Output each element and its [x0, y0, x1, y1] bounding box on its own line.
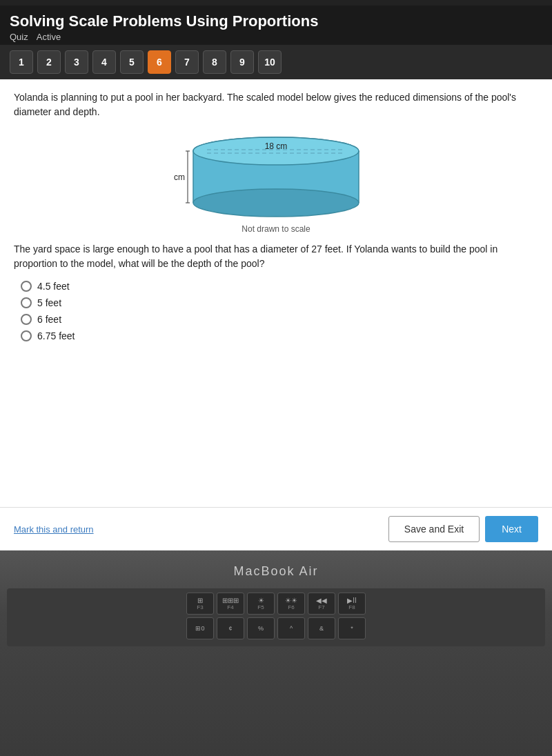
save-exit-button[interactable]: Save and Exit — [388, 516, 480, 542]
main-key-1[interactable]: ¢ — [217, 617, 244, 639]
next-button[interactable]: Next — [485, 516, 538, 542]
key-f4[interactable]: ⊞⊞⊞F4 — [217, 593, 244, 615]
svg-text:4 cm: 4 cm — [172, 172, 185, 182]
svg-point-2 — [193, 189, 359, 217]
cylinder-wrapper: 18 cm 4 cm — [172, 130, 379, 223]
mark-return-link[interactable]: Mark this and return — [14, 524, 94, 535]
question-nav-btn-4[interactable]: 4 — [92, 50, 116, 74]
status-badge: Active — [37, 32, 61, 42]
option-label-d: 6.75 feet — [37, 330, 75, 341]
header: Solving Scale Problems Using Proportions… — [0, 6, 552, 45]
question-nav-btn-9[interactable]: 9 — [230, 50, 254, 74]
main-key-4[interactable]: & — [308, 617, 335, 639]
content-area: Yolanda is planning to put a pool in her… — [0, 79, 552, 507]
question-nav-btn-8[interactable]: 8 — [203, 50, 226, 74]
footer-buttons: Save and Exit Next — [388, 516, 538, 542]
screen: Solving Scale Problems Using Proportions… — [0, 6, 552, 550]
question-nav-btn-7[interactable]: 7 — [175, 50, 199, 74]
question-nav-btn-1[interactable]: 1 — [10, 50, 33, 74]
main-key-5[interactable]: * — [338, 617, 366, 639]
question-nav-btn-2[interactable]: 2 — [37, 50, 61, 74]
answer-options: 4.5 feet5 feet6 feet6.75 feet — [21, 281, 538, 341]
key-f6[interactable]: ☀☀F6 — [277, 593, 305, 615]
screen-bezel-top — [0, 0, 552, 6]
quiz-label: Quiz — [10, 32, 28, 42]
option-d[interactable]: 6.75 feet — [21, 330, 538, 341]
key-f8[interactable]: ▶IIF8 — [338, 593, 366, 615]
question-nav-btn-6[interactable]: 6 — [148, 50, 171, 74]
option-a[interactable]: 4.5 feet — [21, 281, 538, 292]
diagram-container: 18 cm 4 cm Not drawn to scale — [14, 130, 538, 234]
header-subtitle: Quiz Active — [10, 32, 542, 42]
question-nav-btn-3[interactable]: 3 — [65, 50, 88, 74]
main-key-2[interactable]: % — [247, 617, 275, 639]
option-c[interactable]: 6 feet — [21, 314, 538, 325]
question-nav-btn-5[interactable]: 5 — [120, 50, 144, 74]
macbook-brand: MacBook Air — [233, 564, 318, 579]
radio-c — [21, 314, 32, 325]
main-key-0[interactable]: ⊞0 — [186, 617, 214, 639]
option-label-a: 4.5 feet — [37, 281, 70, 292]
option-b[interactable]: 5 feet — [21, 297, 538, 308]
cylinder-svg: 18 cm 4 cm — [172, 130, 379, 220]
footer: Mark this and return Save and Exit Next — [0, 507, 552, 550]
key-f5[interactable]: ☀F5 — [247, 593, 275, 615]
key-f7[interactable]: ◀◀F7 — [308, 593, 335, 615]
diagram-scale-note: Not drawn to scale — [241, 224, 310, 234]
option-label-c: 6 feet — [37, 314, 61, 325]
question-nav-btn-10[interactable]: 10 — [258, 50, 282, 74]
radio-d — [21, 330, 32, 341]
question-text: Yolanda is planning to put a pool in her… — [14, 90, 538, 119]
key-f3[interactable]: ⊞F3 — [186, 593, 214, 615]
function-key-row: ⊞F3⊞⊞⊞F4☀F5☀☀F6◀◀F7▶IIF8 — [14, 593, 538, 615]
sub-question-text: The yard space is large enough to have a… — [14, 242, 538, 271]
option-label-b: 5 feet — [37, 297, 61, 308]
page-title: Solving Scale Problems Using Proportions — [10, 12, 542, 30]
laptop-body: MacBook Air ⊞F3⊞⊞⊞F4☀F5☀☀F6◀◀F7▶IIF8 ⊞0¢… — [0, 550, 552, 756]
question-nav: 12345678910 — [0, 45, 552, 79]
svg-text:18 cm: 18 cm — [265, 141, 288, 151]
radio-b — [21, 297, 32, 308]
keyboard: ⊞F3⊞⊞⊞F4☀F5☀☀F6◀◀F7▶IIF8 ⊞0¢%^&* — [7, 588, 545, 646]
main-key-row: ⊞0¢%^&* — [14, 617, 538, 639]
main-key-3[interactable]: ^ — [277, 617, 305, 639]
radio-a — [21, 281, 32, 292]
